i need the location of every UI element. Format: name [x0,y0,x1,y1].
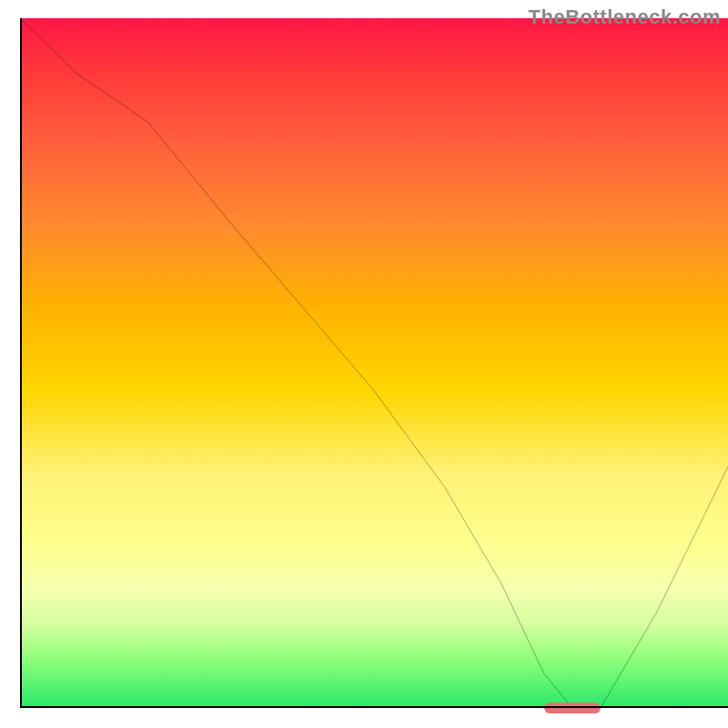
optimal-range-marker [544,703,601,713]
x-axis [20,706,728,708]
chart-container: TheBottleneck.com [0,0,728,728]
plot-background-gradient [20,18,728,708]
bottleneck-curve [20,18,728,708]
attribution-label: TheBottleneck.com [529,5,721,29]
y-axis [20,18,22,708]
